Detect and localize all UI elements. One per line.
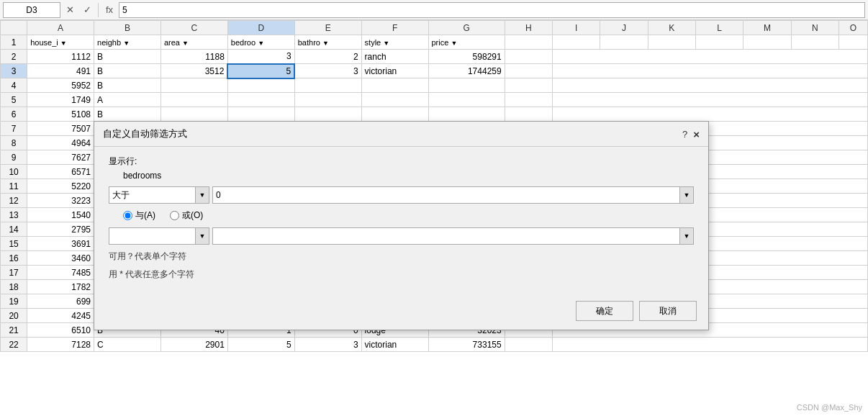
formula-bar: ✕ ✓ fx	[0, 0, 868, 20]
dialog-footer: 确定 取消	[94, 295, 708, 330]
condition2-value-input[interactable]	[212, 227, 679, 245]
dialog-controls: ? ×	[682, 128, 700, 140]
cancel-button[interactable]: 取消	[639, 301, 697, 321]
condition1-operator-input[interactable]	[109, 186, 195, 204]
condition2-operator-input[interactable]	[109, 227, 195, 245]
radio-and-text: 与(A)	[135, 209, 155, 222]
radio-and-label[interactable]: 与(A)	[123, 209, 155, 222]
condition2-value-combo[interactable]: ▼	[212, 227, 694, 245]
condition1-row: ▼ ▼	[109, 186, 694, 204]
radio-or-label[interactable]: 或(O)	[170, 209, 203, 222]
formula-input[interactable]	[119, 2, 865, 18]
dialog-field-label: bedrooms	[123, 171, 694, 181]
fx-btn[interactable]: fx	[101, 2, 117, 18]
autofilter-dialog: 自定义自动筛选方式 ? × 显示行: bedrooms ▼	[94, 121, 709, 330]
name-box[interactable]	[3, 2, 60, 18]
cancel-formula-btn[interactable]: ✕	[62, 2, 78, 18]
radio-and[interactable]	[123, 211, 132, 220]
condition2-operator-combo[interactable]: ▼	[109, 227, 209, 245]
dialog-titlebar: 自定义自动筛选方式 ? ×	[94, 122, 708, 147]
condition1-value-dropdown-btn[interactable]: ▼	[679, 186, 694, 204]
confirm-formula-btn[interactable]: ✓	[79, 2, 95, 18]
confirm-button[interactable]: 确定	[576, 301, 633, 321]
dialog-overlay: 自定义自动筛选方式 ? × 显示行: bedrooms ▼	[0, 20, 868, 415]
condition2-value-dropdown-btn[interactable]: ▼	[679, 227, 694, 245]
condition1-operator-combo[interactable]: ▼	[109, 186, 209, 204]
radio-or[interactable]	[170, 211, 179, 220]
dialog-close-btn[interactable]: ×	[693, 128, 700, 140]
dialog-body: 显示行: bedrooms ▼ ▼	[94, 147, 708, 295]
formula-divider	[98, 3, 99, 17]
condition1-operator-dropdown-btn[interactable]: ▼	[195, 186, 209, 204]
condition1-value-combo[interactable]: ▼	[212, 186, 694, 204]
dialog-title: 自定义自动筛选方式	[103, 127, 187, 140]
spreadsheet: A B C D E F G H I J K L M N O 1 house_i …	[0, 20, 868, 415]
condition1-value-input[interactable]	[212, 186, 679, 204]
hint1: 可用？代表单个字符	[109, 250, 694, 263]
condition2-row: ▼ ▼	[109, 227, 694, 245]
radio-or-text: 或(O)	[182, 209, 203, 222]
hint2: 用 * 代表任意多个字符	[109, 268, 694, 281]
radio-group: 与(A) 或(O)	[123, 209, 694, 222]
dialog-section-label: 显示行:	[109, 155, 694, 168]
condition2-operator-dropdown-btn[interactable]: ▼	[195, 227, 209, 245]
dialog-help-btn[interactable]: ?	[682, 129, 687, 140]
